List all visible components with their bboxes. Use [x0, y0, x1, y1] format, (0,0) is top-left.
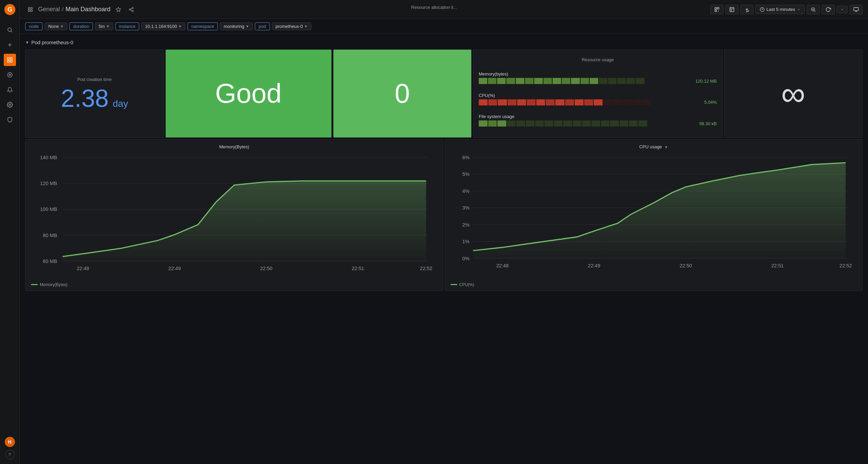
filter-namespace-label: namespace [187, 22, 218, 30]
svg-rect-7 [10, 57, 12, 59]
mem-seg-13 [590, 78, 598, 84]
restart-within-value: 0 [395, 78, 410, 109]
memory-value: 120.12 MB [695, 79, 717, 84]
cpu-seg-14 [603, 99, 612, 105]
cpu-seg-7 [536, 99, 545, 105]
resource-usage-card: Resource usage Memory(bytes) [473, 49, 723, 138]
charts-row: Memory(Bytes) 140 MB 120 MB 100 MB 80 MB [25, 139, 863, 268]
svg-text:60 MB: 60 MB [43, 259, 57, 264]
cpu-seg-9 [555, 99, 564, 105]
filter-instance-select[interactable]: 10.1.1.164:9100 ▼ [141, 22, 185, 30]
filter-namespace-select[interactable]: monitoring ▼ [220, 22, 253, 30]
memory-resource-item: Memory(bytes) [479, 71, 717, 84]
svg-text:22:49: 22:49 [168, 266, 181, 271]
filter-pod-arrow: ▼ [304, 24, 308, 28]
svg-text:22:48: 22:48 [77, 266, 89, 271]
filter-node-arrow: ▼ [60, 24, 64, 28]
section-header: ▼ Pod prometheus-0 [25, 39, 863, 45]
pod-creation-time-value: 2.38 [61, 86, 109, 111]
stat-cards-row: Pod creation time 2.38 day Good 0 Resour… [25, 49, 863, 138]
mem-seg-14 [599, 78, 607, 84]
sidebar-item-explore[interactable] [4, 69, 16, 81]
cpu-chart-area: 6% 5% 4% 3% 2% 1% 0% 22:48 22:49 22:50 2… [451, 153, 857, 280]
mem-seg-6 [525, 78, 534, 84]
fs-seg-2 [488, 120, 497, 127]
cpu-bar-row: 5.04% [479, 99, 717, 105]
mem-seg-2 [488, 78, 496, 84]
mem-seg-8 [543, 78, 552, 84]
cpu-seg-17 [632, 99, 641, 105]
filter-instance-value: 10.1.1.164:9100 [145, 24, 177, 29]
sidebar-item-search[interactable] [4, 24, 16, 36]
svg-text:1%: 1% [462, 239, 469, 244]
sidebar-item-dashboards[interactable] [4, 54, 16, 66]
sidebar-item-add[interactable] [4, 39, 16, 51]
fs-seg-1 [479, 120, 488, 127]
svg-point-10 [7, 72, 12, 77]
cpu-dropdown-arrow[interactable]: ▼ [665, 145, 668, 149]
pod-creation-time-card: Pod creation time 2.38 day [25, 49, 164, 138]
fs-bar-container [479, 120, 697, 127]
main-content: General / Main Dashboard Las [20, 0, 868, 464]
cpu-chart-legend: CPU(%) [451, 282, 857, 287]
cpu-chart-svg: 6% 5% 4% 3% 2% 1% 0% 22:48 22:49 22:50 2… [451, 153, 857, 280]
sidebar-item-settings[interactable] [4, 99, 16, 111]
filter-node-label: node [25, 22, 43, 30]
cpu-seg-4 [508, 99, 517, 105]
fs-seg-12 [582, 120, 591, 127]
svg-text:22:50: 22:50 [260, 266, 272, 271]
fs-seg-9 [554, 120, 563, 127]
filter-node-select[interactable]: None ▼ [45, 22, 67, 30]
fs-value: 98.30 kB [699, 121, 717, 126]
fs-seg-7 [535, 120, 544, 127]
fs-seg-15 [610, 120, 619, 127]
memory-legend-color [31, 284, 38, 285]
fs-bar-row: 98.30 kB [479, 120, 717, 127]
cpu-seg-13 [594, 99, 603, 105]
cpu-title-text: CPU usage [639, 144, 662, 149]
cpu-seg-3 [498, 99, 507, 105]
filter-duration-arrow: ▼ [106, 24, 110, 28]
svg-point-20 [132, 10, 133, 12]
cpu-bar-container [479, 99, 702, 105]
collapse-icon[interactable]: ▼ [25, 40, 29, 45]
cpu-legend-color [451, 284, 457, 285]
svg-text:4%: 4% [462, 188, 469, 194]
mem-seg-10 [562, 78, 570, 84]
mem-seg-11 [571, 78, 579, 84]
fs-seg-3 [497, 120, 506, 127]
memory-chart-area: 140 MB 120 MB 100 MB 80 MB 60 MB 22:48 2… [31, 153, 438, 280]
cpu-chart-title: CPU usage ▼ [451, 144, 857, 149]
fs-seg-5 [516, 120, 525, 127]
svg-text:22:49: 22:49 [588, 263, 600, 268]
mem-seg-18 [636, 78, 644, 84]
svg-text:100 MB: 100 MB [40, 206, 57, 212]
cpu-seg-6 [527, 99, 536, 105]
sidebar-item-alerts[interactable] [4, 84, 16, 96]
user-avatar[interactable]: H [5, 437, 15, 447]
cpu-legend-label: CPU(%) [459, 282, 474, 287]
mem-seg-1 [479, 78, 487, 84]
fs-seg-13 [591, 120, 600, 127]
sidebar-item-shield[interactable] [4, 114, 16, 126]
memory-legend-label: Memory(Bytes) [40, 282, 67, 287]
filterbar: node None ▼ duration 5m ▼ instance 10.1.… [20, 19, 868, 34]
memory-chart-svg: 140 MB 120 MB 100 MB 80 MB 60 MB 22:48 2… [31, 153, 438, 280]
pod-creation-time-unit: day [113, 98, 128, 109]
fs-seg-14 [601, 120, 610, 127]
svg-point-2 [8, 28, 12, 32]
cpu-seg-18 [642, 99, 651, 105]
pod-operation-status-value: Good [215, 78, 282, 109]
svg-text:0%: 0% [462, 256, 469, 261]
mem-seg-3 [497, 78, 506, 84]
sidebar-item-help[interactable]: ? [5, 450, 15, 459]
memory-label: Memory(bytes) [479, 71, 717, 77]
resource-usage-title: Resource usage [479, 57, 717, 62]
filter-pod-select[interactable]: prometheus-0 ▼ [272, 22, 311, 30]
fs-seg-8 [544, 120, 553, 127]
svg-text:22:52: 22:52 [420, 266, 432, 271]
svg-text:22:51: 22:51 [352, 266, 364, 271]
svg-rect-25 [715, 10, 717, 12]
svg-rect-6 [7, 57, 9, 59]
filter-duration-select[interactable]: 5m ▼ [95, 22, 113, 30]
